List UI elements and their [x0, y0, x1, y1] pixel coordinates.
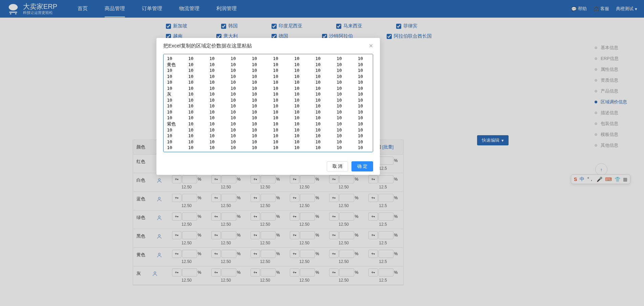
paste-modal: 把Excel复制的区域定价数据在这里粘贴 ✕ 取 消 确 定	[156, 38, 380, 175]
ok-button[interactable]: 确 定	[351, 161, 373, 171]
modal-title: 把Excel复制的区域定价数据在这里粘贴	[163, 43, 252, 49]
close-icon[interactable]: ✕	[369, 43, 373, 49]
cancel-button[interactable]: 取 消	[327, 161, 348, 171]
paste-textarea[interactable]	[163, 54, 373, 152]
